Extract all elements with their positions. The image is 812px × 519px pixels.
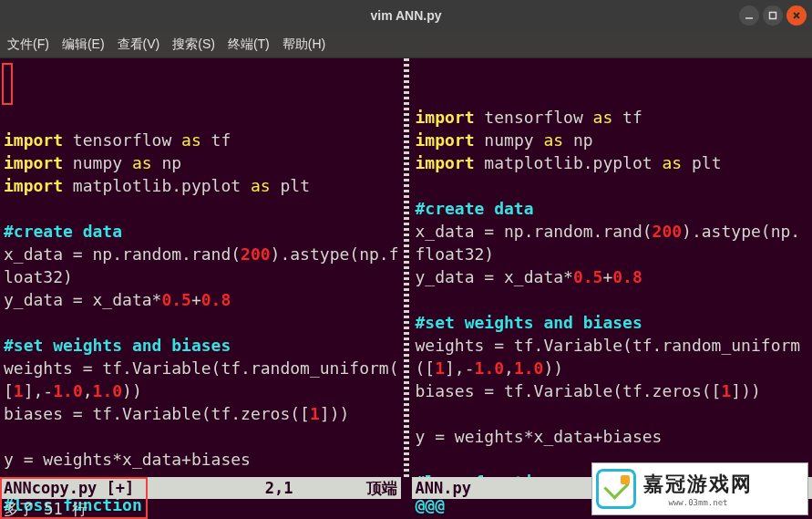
left-code[interactable]: import tensorflow as tfimport numpy as n…: [0, 104, 401, 516]
left-pane[interactable]: import tensorflow as tfimport numpy as n…: [0, 58, 401, 519]
menu-edit[interactable]: 编辑(E): [62, 36, 105, 53]
code-line[interactable]: y = weights*x_data+biases: [416, 425, 809, 448]
menubar: 文件(F) 编辑(E) 查看(V) 搜索(S) 终端(T) 帮助(H): [0, 31, 812, 58]
left-status-pos: 2,1: [265, 477, 293, 500]
vertical-split[interactable]: [401, 58, 412, 519]
right-pane[interactable]: import tensorflow as tfimport numpy as n…: [412, 58, 813, 519]
code-line[interactable]: [4, 425, 397, 448]
code-line[interactable]: #create data: [4, 220, 397, 243]
close-button[interactable]: [786, 5, 807, 26]
code-line[interactable]: float32): [416, 243, 809, 265]
right-code[interactable]: import tensorflow as tfimport numpy as n…: [412, 104, 813, 516]
window-controls: [739, 5, 807, 26]
code-line[interactable]: [1],-1.0,1.0)): [4, 379, 397, 402]
code-line[interactable]: biases = tf.Variable(tf.zeros([1])): [416, 379, 809, 402]
editor-area: import tensorflow as tfimport numpy as n…: [0, 58, 812, 519]
code-line[interactable]: x_data = np.random.rand(200).astype(np.f: [4, 243, 397, 265]
code-line[interactable]: weights = tf.Variable(tf.random_uniform(: [4, 357, 397, 379]
code-line[interactable]: weights = tf.Variable(tf.random_uniform: [416, 334, 809, 357]
menu-terminal[interactable]: 终端(T): [228, 36, 270, 53]
watermark-icon: [596, 469, 636, 509]
code-line[interactable]: import tensorflow as tf: [416, 106, 809, 129]
right-status-file: ANN.py: [416, 477, 471, 500]
code-line[interactable]: x_data = np.random.rand(200).astype(np.: [416, 220, 809, 243]
window-title: vim ANN.py: [370, 8, 441, 23]
window-titlebar: vim ANN.py: [0, 0, 812, 31]
code-line[interactable]: [4, 197, 397, 220]
code-line[interactable]: import numpy as np: [416, 129, 809, 151]
left-statusline: ANNcopy.py [+] 2,1 顶端: [0, 477, 401, 499]
code-line[interactable]: [416, 174, 809, 197]
code-line[interactable]: import tensorflow as tf: [4, 129, 397, 151]
code-line[interactable]: y = weights*x_data+biases: [4, 448, 397, 471]
menu-view[interactable]: 查看(V): [118, 36, 160, 53]
menu-help[interactable]: 帮助(H): [283, 36, 325, 53]
cmdline[interactable]: 多了 51 行: [0, 499, 401, 519]
left-status-view: 顶端: [366, 477, 397, 500]
code-line[interactable]: import matplotlib.pyplot as plt: [416, 151, 809, 174]
site-watermark: 嘉冠游戏网 www.03mm.net: [591, 462, 808, 515]
maximize-button[interactable]: [763, 5, 783, 26]
watermark-url: www.03mm.net: [668, 498, 727, 507]
code-line[interactable]: loat32): [4, 265, 397, 288]
menu-file[interactable]: 文件(F): [7, 36, 49, 53]
code-line[interactable]: import matplotlib.pyplot as plt: [4, 174, 397, 197]
watermark-text: 嘉冠游戏网: [643, 471, 753, 498]
code-line[interactable]: #set weights and biases: [4, 334, 397, 357]
code-line[interactable]: [416, 402, 809, 425]
code-line[interactable]: ([1],-1.0,1.0)): [416, 357, 809, 379]
code-line[interactable]: import numpy as np: [4, 151, 397, 174]
code-line[interactable]: y_data = x_data*0.5+0.8: [4, 288, 397, 311]
code-line[interactable]: [4, 311, 397, 334]
cmdline-msg: 多了 51 行: [4, 498, 87, 520]
code-line[interactable]: biases = tf.Variable(tf.zeros([1])): [4, 402, 397, 425]
code-line[interactable]: [416, 288, 809, 311]
code-line[interactable]: [4, 106, 397, 129]
menu-search[interactable]: 搜索(S): [172, 36, 215, 53]
minimize-button[interactable]: [739, 5, 759, 26]
left-status-file: ANNcopy.py [+]: [4, 477, 134, 500]
code-line[interactable]: #set weights and biases: [416, 311, 809, 334]
code-line[interactable]: y_data = x_data*0.5+0.8: [416, 265, 809, 288]
code-line[interactable]: #create data: [416, 197, 809, 220]
svg-rect-1: [770, 13, 776, 19]
